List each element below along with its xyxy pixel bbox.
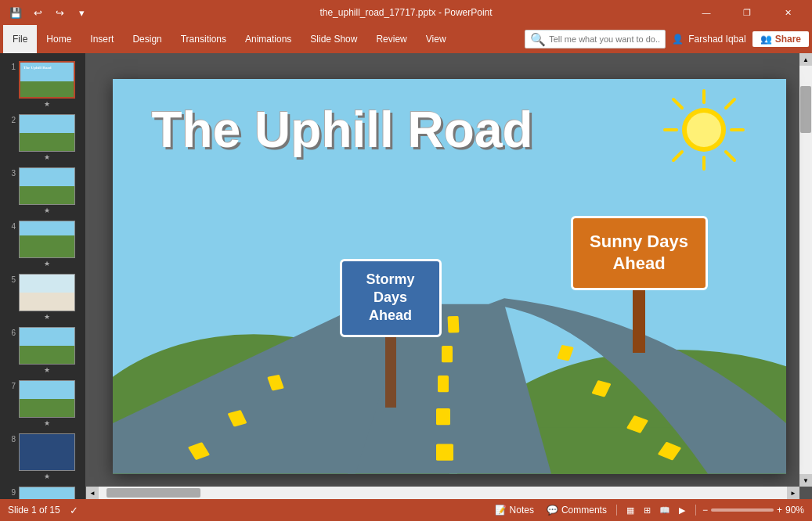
share-icon: 👥: [760, 34, 772, 45]
h-scroll-thumb[interactable]: [106, 488, 200, 498]
undo-icon[interactable]: ↩: [28, 3, 47, 22]
star-icon-5: ★: [44, 313, 50, 321]
thumb-img-6: [19, 327, 75, 365]
zoom-out-icon[interactable]: −: [702, 505, 708, 516]
zoom-controls: − + 90%: [702, 505, 804, 516]
slide-canvas: The Uphill Road Stormy DaysAhead Sunny D…: [113, 79, 786, 474]
slide-thumb-6[interactable]: 6 ★: [3, 325, 82, 375]
scroll-thumb[interactable]: [800, 86, 811, 133]
tab-design[interactable]: Design: [123, 25, 171, 53]
sign-board-sunny: Sunny DaysAhead: [571, 216, 708, 290]
window-title: the_uphill_road_17717.pptx - PowerPoint: [319, 7, 492, 18]
quick-access: 💾 ↩ ↪ ▾: [6, 3, 91, 22]
thumb-container-1: The Uphill Road ★: [19, 61, 75, 108]
save-icon[interactable]: 💾: [6, 3, 25, 22]
slide-thumb-4[interactable]: 4 ★: [3, 219, 82, 269]
thumb-img-3: [19, 167, 75, 205]
slide-thumb-9[interactable]: 9 ★: [3, 485, 82, 499]
zoom-in-icon[interactable]: +: [777, 505, 782, 516]
restore-button[interactable]: ❐: [729, 0, 765, 25]
slide-num-9: 9: [5, 488, 16, 497]
sign-pole-sunny: [633, 290, 645, 353]
svg-rect-20: [626, 415, 648, 433]
svg-rect-19: [591, 380, 611, 397]
minimize-button[interactable]: —: [688, 0, 724, 25]
customize-qa-icon[interactable]: ▾: [72, 3, 91, 22]
star-icon-4: ★: [44, 260, 50, 268]
search-input[interactable]: [549, 34, 660, 44]
search-box[interactable]: 🔍: [525, 30, 666, 49]
title-bar-controls: — ❐ ✕: [688, 0, 806, 25]
svg-rect-14: [442, 346, 453, 362]
thumb-img-8: [19, 433, 75, 471]
notes-button[interactable]: 📝 Notes: [492, 503, 537, 517]
star-icon-8: ★: [44, 472, 50, 480]
thumb-img-7: [19, 380, 75, 418]
redo-icon[interactable]: ↪: [50, 3, 69, 22]
slide-num-3: 3: [5, 169, 16, 178]
share-button[interactable]: 👥 Share: [752, 31, 809, 47]
scroll-left-button[interactable]: ◄: [86, 487, 99, 499]
svg-line-7: [673, 152, 682, 160]
slide-panel[interactable]: 1 The Uphill Road ★ 2 ★ 3 ★ 4: [0, 53, 86, 499]
slide-thumb-1[interactable]: 1 The Uphill Road ★: [3, 59, 82, 110]
slide-num-4: 4: [5, 222, 16, 231]
close-button[interactable]: ✕: [770, 0, 806, 25]
tab-animations[interactable]: Animations: [236, 25, 301, 53]
star-icon-2: ★: [44, 153, 50, 161]
slide-sorter-icon[interactable]: ⊞: [641, 503, 655, 517]
status-separator-1: [616, 505, 617, 516]
slide-thumb-8[interactable]: 8 ★: [3, 432, 82, 482]
scroll-down-button[interactable]: ▼: [799, 474, 812, 487]
thumb-container-3: ★: [19, 167, 75, 214]
tab-file[interactable]: File: [3, 25, 37, 53]
tab-home[interactable]: Home: [37, 25, 81, 53]
scroll-up-button[interactable]: ▲: [799, 53, 812, 66]
slide-num-6: 6: [5, 329, 16, 337]
ribbon-search: 🔍 👤 Farshad Iqbal 👥 Share: [525, 30, 809, 49]
notes-icon: 📝: [495, 505, 507, 516]
svg-rect-17: [436, 444, 453, 460]
normal-view-icon[interactable]: ▦: [623, 503, 637, 517]
thumb-container-5: ★: [19, 274, 75, 321]
slide-num-8: 8: [5, 435, 16, 444]
comments-button[interactable]: 💬 Comments: [543, 503, 610, 517]
slideshow-view-icon[interactable]: ▶: [675, 503, 689, 517]
sign-post-stormy: Stormy DaysAhead: [340, 259, 442, 408]
slide-thumb-7[interactable]: 7 ★: [3, 379, 82, 429]
thumb-img-2: [19, 114, 75, 152]
sun-svg: [661, 87, 747, 173]
tab-view[interactable]: View: [417, 25, 456, 53]
thumb-container-2: ★: [19, 114, 75, 161]
main-area: 1 The Uphill Road ★ 2 ★ 3 ★ 4: [0, 53, 812, 499]
tab-slideshow[interactable]: Slide Show: [301, 25, 366, 53]
status-left: Slide 1 of 15 ✓: [8, 505, 78, 516]
horizontal-scrollbar[interactable]: ◄ ►: [86, 487, 799, 499]
svg-line-4: [673, 99, 682, 108]
tab-transitions[interactable]: Transitions: [171, 25, 236, 53]
slide-title: The Uphill Road: [152, 102, 533, 157]
spell-check-icon: ✓: [70, 505, 78, 516]
user-name: Farshad Iqbal: [688, 34, 745, 45]
user-info[interactable]: 👤 Farshad Iqbal: [672, 34, 745, 45]
star-icon-6: ★: [44, 366, 50, 374]
zoom-slider[interactable]: [711, 508, 774, 512]
reading-view-icon[interactable]: 📖: [658, 503, 672, 517]
sign-post-sunny: Sunny DaysAhead: [571, 216, 708, 353]
star-icon-3: ★: [44, 207, 50, 214]
svg-line-5: [726, 152, 734, 160]
vertical-scrollbar[interactable]: ▲ ▼: [799, 53, 812, 487]
svg-rect-16: [436, 408, 450, 425]
slide-num-7: 7: [5, 382, 16, 390]
slide-thumb-2[interactable]: 2 ★: [3, 113, 82, 163]
thumb-container-7: ★: [19, 380, 75, 427]
star-icon-1: ★: [44, 100, 50, 108]
slide-thumb-5[interactable]: 5 ★: [3, 272, 82, 322]
scroll-right-button[interactable]: ►: [787, 487, 799, 499]
svg-line-6: [726, 99, 734, 108]
ribbon: File Home Insert Design Transitions Anim…: [0, 25, 812, 53]
star-icon-7: ★: [44, 419, 50, 427]
slide-thumb-3[interactable]: 3 ★: [3, 166, 82, 216]
tab-insert[interactable]: Insert: [81, 25, 123, 53]
tab-review[interactable]: Review: [366, 25, 416, 53]
